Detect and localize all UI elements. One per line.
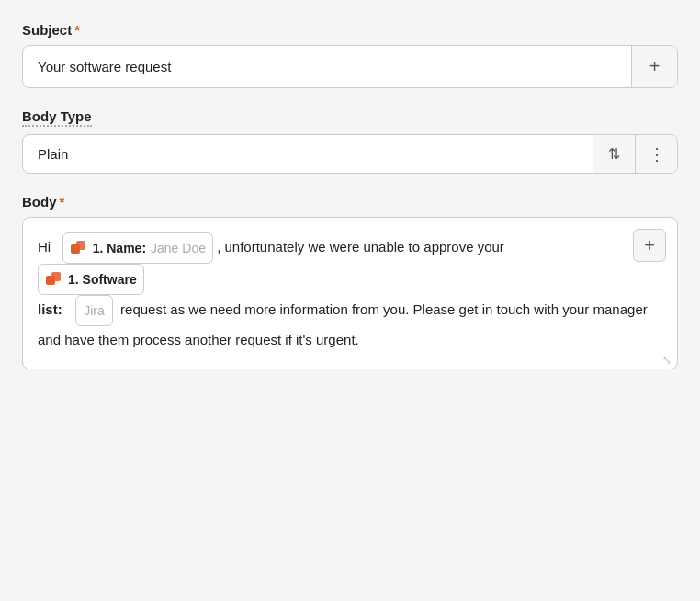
body-text-list: list: — [38, 301, 62, 317]
body-line-3: list: Jira request as we need more infor… — [38, 295, 662, 354]
resize-handle[interactable]: ⤡ — [662, 354, 673, 365]
subject-input-row: + — [22, 45, 678, 88]
name-tag-label: 1. Name: — [93, 235, 146, 261]
body-text-hi: Hi — [38, 239, 51, 255]
body-line-1: Hi 1. Name: Jane Doe , unfortunately we … — [38, 232, 662, 264]
subject-label: Subject * — [22, 22, 80, 38]
body-type-select-row: Plain HTML ⇅ ⋮ — [22, 134, 678, 174]
body-label: Body * — [22, 194, 64, 210]
dots-icon: ⋮ — [649, 144, 665, 164]
software-tag-label: 1. Software — [68, 266, 137, 292]
software-tag-zapier-icon — [45, 270, 63, 289]
subject-label-text: Subject — [22, 22, 72, 38]
body-type-select[interactable]: Plain HTML — [23, 135, 593, 173]
body-type-section: Body Type Plain HTML ⇅ ⋮ — [22, 108, 678, 174]
body-line-2: 1. Software — [38, 264, 662, 295]
subject-add-button[interactable]: + — [631, 46, 677, 87]
body-label-text: Body — [22, 194, 57, 210]
subject-required-star: * — [74, 22, 80, 38]
body-text-after-jira: request as we need more information from… — [38, 301, 648, 347]
body-plus-icon: + — [644, 235, 655, 256]
subject-section: Subject * + — [22, 22, 678, 88]
body-add-button[interactable]: + — [633, 229, 666, 262]
body-type-label: Body Type — [22, 108, 92, 127]
body-section: Body * + Hi 1. Name: Jane Doe — [22, 194, 678, 369]
body-content: Hi 1. Name: Jane Doe , unfortunately we … — [38, 232, 662, 354]
body-type-menu-button[interactable]: ⋮ — [635, 135, 677, 173]
jira-placeholder-text: Jira — [84, 298, 105, 323]
body-type-label-text: Body Type — [22, 108, 92, 124]
svg-rect-3 — [51, 272, 61, 281]
name-tag-placeholder: Jane Doe — [151, 235, 206, 261]
chevron-icon: ⇅ — [593, 135, 635, 173]
body-text-after-name: , unfortunately we were unable to approv… — [217, 239, 504, 255]
subject-input[interactable] — [23, 46, 631, 87]
name-tag-zapier-icon — [70, 239, 88, 257]
body-required-star: * — [60, 194, 65, 210]
name-tag[interactable]: 1. Name: Jane Doe — [62, 232, 213, 264]
software-tag[interactable]: 1. Software — [38, 264, 144, 295]
svg-rect-1 — [76, 241, 85, 250]
subject-plus-icon: + — [649, 56, 660, 77]
jira-tag[interactable]: Jira — [75, 295, 113, 326]
body-input-box: + Hi 1. Name: Jane Doe , unfortuna — [22, 217, 678, 369]
